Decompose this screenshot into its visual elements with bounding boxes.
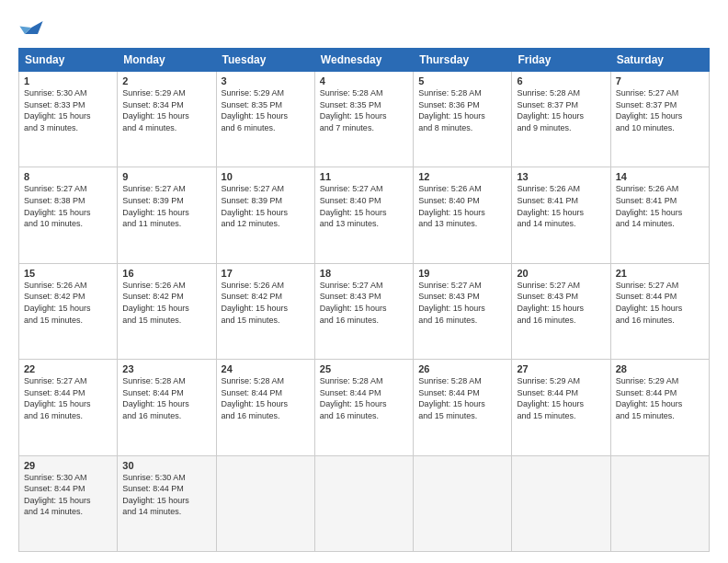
day-number: 4 [320, 75, 408, 86]
calendar-col-saturday: Saturday [610, 49, 709, 72]
calendar-col-friday: Friday [512, 49, 610, 72]
day-number: 27 [517, 363, 605, 374]
day-number: 22 [24, 363, 112, 374]
day-info: Sunrise: 5:26 AMSunset: 8:41 PMDaylight:… [517, 183, 605, 229]
calendar-week-4: 22Sunrise: 5:27 AMSunset: 8:44 PMDayligh… [19, 360, 710, 455]
day-info: Sunrise: 5:29 AMSunset: 8:35 PMDaylight:… [222, 87, 310, 133]
day-number: 18 [320, 268, 408, 279]
calendar-cell: 30Sunrise: 5:30 AMSunset: 8:44 PMDayligh… [118, 455, 216, 551]
page: SundayMondayTuesdayWednesdayThursdayFrid… [0, 0, 728, 563]
day-info: Sunrise: 5:29 AMSunset: 8:44 PMDaylight:… [616, 375, 704, 421]
day-number: 7 [616, 75, 704, 86]
day-info: Sunrise: 5:27 AMSunset: 8:43 PMDaylight:… [418, 280, 506, 326]
day-info: Sunrise: 5:28 AMSunset: 8:44 PMDaylight:… [222, 375, 310, 421]
calendar-cell: 7Sunrise: 5:27 AMSunset: 8:37 PMDaylight… [610, 72, 709, 167]
calendar-cell: 1Sunrise: 5:30 AMSunset: 8:33 PMDaylight… [19, 72, 118, 167]
day-info: Sunrise: 5:27 AMSunset: 8:39 PMDaylight:… [222, 183, 310, 229]
day-number: 17 [222, 268, 310, 279]
calendar-cell: 2Sunrise: 5:29 AMSunset: 8:34 PMDaylight… [118, 72, 216, 167]
calendar-cell: 17Sunrise: 5:26 AMSunset: 8:42 PMDayligh… [216, 263, 314, 359]
calendar-col-monday: Monday [118, 49, 216, 72]
calendar-cell: 18Sunrise: 5:27 AMSunset: 8:43 PMDayligh… [314, 263, 413, 359]
day-info: Sunrise: 5:28 AMSunset: 8:37 PMDaylight:… [517, 87, 605, 133]
generalblue-logo-icon [18, 15, 44, 40]
header [18, 15, 710, 40]
day-info: Sunrise: 5:26 AMSunset: 8:42 PMDaylight:… [222, 280, 310, 326]
calendar-cell: 29Sunrise: 5:30 AMSunset: 8:44 PMDayligh… [19, 455, 118, 551]
day-number: 5 [418, 75, 506, 86]
day-info: Sunrise: 5:26 AMSunset: 8:41 PMDaylight:… [616, 183, 704, 229]
calendar-cell: 11Sunrise: 5:27 AMSunset: 8:40 PMDayligh… [314, 167, 413, 263]
day-info: Sunrise: 5:28 AMSunset: 8:35 PMDaylight:… [320, 87, 408, 133]
day-number: 28 [616, 363, 704, 374]
day-info: Sunrise: 5:26 AMSunset: 8:42 PMDaylight:… [122, 280, 210, 326]
day-number: 20 [517, 268, 605, 279]
calendar-cell [314, 455, 413, 551]
day-number: 13 [517, 171, 605, 182]
day-info: Sunrise: 5:28 AMSunset: 8:36 PMDaylight:… [418, 87, 506, 133]
day-number: 24 [222, 363, 310, 374]
calendar-cell: 23Sunrise: 5:28 AMSunset: 8:44 PMDayligh… [118, 360, 216, 455]
day-number: 9 [122, 171, 210, 182]
day-info: Sunrise: 5:27 AMSunset: 8:40 PMDaylight:… [320, 183, 408, 229]
calendar-col-tuesday: Tuesday [216, 49, 314, 72]
day-number: 10 [222, 171, 310, 182]
calendar-col-wednesday: Wednesday [314, 49, 413, 72]
calendar-cell: 21Sunrise: 5:27 AMSunset: 8:44 PMDayligh… [610, 263, 709, 359]
day-info: Sunrise: 5:28 AMSunset: 8:44 PMDaylight:… [320, 375, 408, 421]
calendar-cell: 14Sunrise: 5:26 AMSunset: 8:41 PMDayligh… [610, 167, 709, 263]
calendar-cell: 19Sunrise: 5:27 AMSunset: 8:43 PMDayligh… [414, 263, 512, 359]
calendar-cell: 9Sunrise: 5:27 AMSunset: 8:39 PMDaylight… [118, 167, 216, 263]
calendar-cell: 26Sunrise: 5:28 AMSunset: 8:44 PMDayligh… [414, 360, 512, 455]
day-info: Sunrise: 5:26 AMSunset: 8:42 PMDaylight:… [24, 280, 112, 326]
calendar-cell: 24Sunrise: 5:28 AMSunset: 8:44 PMDayligh… [216, 360, 314, 455]
calendar-cell: 8Sunrise: 5:27 AMSunset: 8:38 PMDaylight… [19, 167, 118, 263]
calendar-cell: 22Sunrise: 5:27 AMSunset: 8:44 PMDayligh… [19, 360, 118, 455]
calendar-col-sunday: Sunday [19, 49, 118, 72]
calendar-week-2: 8Sunrise: 5:27 AMSunset: 8:38 PMDaylight… [19, 167, 710, 263]
day-number: 21 [616, 268, 704, 279]
calendar-cell: 20Sunrise: 5:27 AMSunset: 8:43 PMDayligh… [512, 263, 610, 359]
day-info: Sunrise: 5:29 AMSunset: 8:44 PMDaylight:… [517, 375, 605, 421]
day-number: 23 [122, 363, 210, 374]
calendar-cell: 12Sunrise: 5:26 AMSunset: 8:40 PMDayligh… [414, 167, 512, 263]
calendar-cell: 27Sunrise: 5:29 AMSunset: 8:44 PMDayligh… [512, 360, 610, 455]
day-info: Sunrise: 5:30 AMSunset: 8:44 PMDaylight:… [122, 472, 210, 518]
day-info: Sunrise: 5:27 AMSunset: 8:39 PMDaylight:… [122, 183, 210, 229]
day-number: 25 [320, 363, 408, 374]
calendar-cell: 3Sunrise: 5:29 AMSunset: 8:35 PMDaylight… [216, 72, 314, 167]
logo [18, 15, 48, 40]
day-number: 11 [320, 171, 408, 182]
calendar-cell [610, 455, 709, 551]
day-info: Sunrise: 5:27 AMSunset: 8:44 PMDaylight:… [616, 280, 704, 326]
day-number: 6 [517, 75, 605, 86]
day-info: Sunrise: 5:26 AMSunset: 8:40 PMDaylight:… [418, 183, 506, 229]
calendar-cell: 5Sunrise: 5:28 AMSunset: 8:36 PMDaylight… [414, 72, 512, 167]
day-number: 15 [24, 268, 112, 279]
day-info: Sunrise: 5:27 AMSunset: 8:44 PMDaylight:… [24, 375, 112, 421]
calendar-cell: 16Sunrise: 5:26 AMSunset: 8:42 PMDayligh… [118, 263, 216, 359]
calendar-cell [414, 455, 512, 551]
day-info: Sunrise: 5:27 AMSunset: 8:38 PMDaylight:… [24, 183, 112, 229]
day-info: Sunrise: 5:27 AMSunset: 8:43 PMDaylight:… [517, 280, 605, 326]
calendar-cell: 10Sunrise: 5:27 AMSunset: 8:39 PMDayligh… [216, 167, 314, 263]
day-info: Sunrise: 5:28 AMSunset: 8:44 PMDaylight:… [418, 375, 506, 421]
day-number: 3 [222, 75, 310, 86]
calendar-cell: 15Sunrise: 5:26 AMSunset: 8:42 PMDayligh… [19, 263, 118, 359]
calendar-table: SundayMondayTuesdayWednesdayThursdayFrid… [18, 48, 710, 552]
day-number: 16 [122, 268, 210, 279]
calendar-week-3: 15Sunrise: 5:26 AMSunset: 8:42 PMDayligh… [19, 263, 710, 359]
day-number: 2 [122, 75, 210, 86]
day-number: 29 [24, 460, 112, 471]
calendar-week-5: 29Sunrise: 5:30 AMSunset: 8:44 PMDayligh… [19, 455, 710, 551]
day-number: 14 [616, 171, 704, 182]
calendar-cell: 6Sunrise: 5:28 AMSunset: 8:37 PMDaylight… [512, 72, 610, 167]
calendar-cell: 28Sunrise: 5:29 AMSunset: 8:44 PMDayligh… [610, 360, 709, 455]
day-info: Sunrise: 5:29 AMSunset: 8:34 PMDaylight:… [122, 87, 210, 133]
day-info: Sunrise: 5:27 AMSunset: 8:37 PMDaylight:… [616, 87, 704, 133]
calendar-header-row: SundayMondayTuesdayWednesdayThursdayFrid… [19, 49, 710, 72]
calendar-cell: 13Sunrise: 5:26 AMSunset: 8:41 PMDayligh… [512, 167, 610, 263]
calendar-cell: 25Sunrise: 5:28 AMSunset: 8:44 PMDayligh… [314, 360, 413, 455]
calendar-cell [512, 455, 610, 551]
calendar-week-1: 1Sunrise: 5:30 AMSunset: 8:33 PMDaylight… [19, 72, 710, 167]
